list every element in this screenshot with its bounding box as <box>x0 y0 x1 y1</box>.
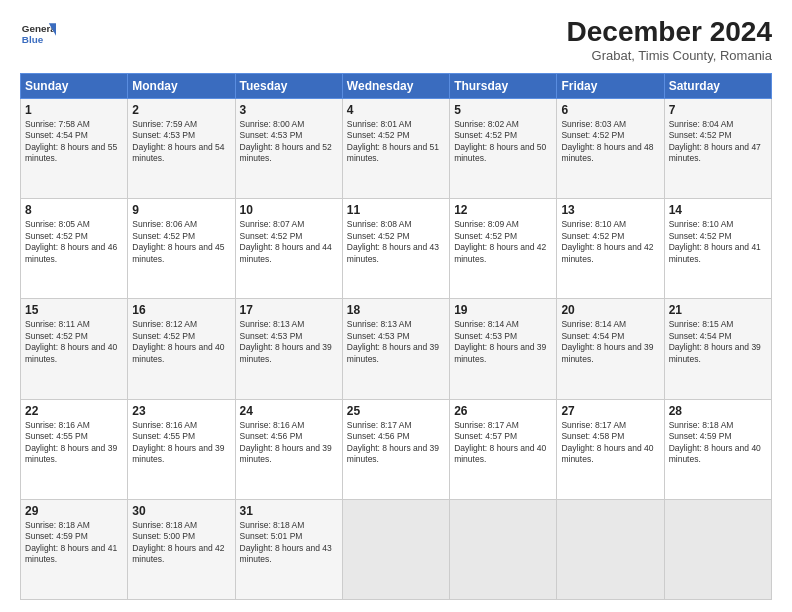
calendar-cell: 4 Sunrise: 8:01 AMSunset: 4:52 PMDayligh… <box>342 99 449 199</box>
calendar-cell <box>450 499 557 599</box>
calendar-cell: 7 Sunrise: 8:04 AMSunset: 4:52 PMDayligh… <box>664 99 771 199</box>
day-info: Sunrise: 8:17 AMSunset: 4:58 PMDaylight:… <box>561 420 653 464</box>
day-info: Sunrise: 8:04 AMSunset: 4:52 PMDaylight:… <box>669 119 761 163</box>
day-number: 4 <box>347 103 445 117</box>
day-header-monday: Monday <box>128 74 235 99</box>
calendar-cell: 19 Sunrise: 8:14 AMSunset: 4:53 PMDaylig… <box>450 299 557 399</box>
day-info: Sunrise: 8:18 AMSunset: 5:00 PMDaylight:… <box>132 520 224 564</box>
day-number: 19 <box>454 303 552 317</box>
day-info: Sunrise: 8:05 AMSunset: 4:52 PMDaylight:… <box>25 219 117 263</box>
day-info: Sunrise: 8:18 AMSunset: 4:59 PMDaylight:… <box>25 520 117 564</box>
calendar-cell: 12 Sunrise: 8:09 AMSunset: 4:52 PMDaylig… <box>450 199 557 299</box>
day-number: 26 <box>454 404 552 418</box>
calendar-week-row: 8 Sunrise: 8:05 AMSunset: 4:52 PMDayligh… <box>21 199 772 299</box>
day-number: 22 <box>25 404 123 418</box>
day-info: Sunrise: 8:02 AMSunset: 4:52 PMDaylight:… <box>454 119 546 163</box>
day-info: Sunrise: 8:03 AMSunset: 4:52 PMDaylight:… <box>561 119 653 163</box>
calendar-cell: 14 Sunrise: 8:10 AMSunset: 4:52 PMDaylig… <box>664 199 771 299</box>
calendar-cell: 17 Sunrise: 8:13 AMSunset: 4:53 PMDaylig… <box>235 299 342 399</box>
day-number: 16 <box>132 303 230 317</box>
calendar-cell: 15 Sunrise: 8:11 AMSunset: 4:52 PMDaylig… <box>21 299 128 399</box>
day-info: Sunrise: 8:18 AMSunset: 5:01 PMDaylight:… <box>240 520 332 564</box>
calendar-week-row: 15 Sunrise: 8:11 AMSunset: 4:52 PMDaylig… <box>21 299 772 399</box>
calendar-cell: 8 Sunrise: 8:05 AMSunset: 4:52 PMDayligh… <box>21 199 128 299</box>
day-number: 14 <box>669 203 767 217</box>
subtitle: Grabat, Timis County, Romania <box>567 48 772 63</box>
calendar-cell: 3 Sunrise: 8:00 AMSunset: 4:53 PMDayligh… <box>235 99 342 199</box>
day-number: 29 <box>25 504 123 518</box>
day-number: 10 <box>240 203 338 217</box>
calendar-cell: 26 Sunrise: 8:17 AMSunset: 4:57 PMDaylig… <box>450 399 557 499</box>
calendar-cell: 20 Sunrise: 8:14 AMSunset: 4:54 PMDaylig… <box>557 299 664 399</box>
calendar-cell: 13 Sunrise: 8:10 AMSunset: 4:52 PMDaylig… <box>557 199 664 299</box>
day-number: 8 <box>25 203 123 217</box>
calendar-body: 1 Sunrise: 7:58 AMSunset: 4:54 PMDayligh… <box>21 99 772 600</box>
day-info: Sunrise: 7:58 AMSunset: 4:54 PMDaylight:… <box>25 119 117 163</box>
day-info: Sunrise: 8:16 AMSunset: 4:55 PMDaylight:… <box>132 420 224 464</box>
day-number: 27 <box>561 404 659 418</box>
calendar: SundayMondayTuesdayWednesdayThursdayFrid… <box>20 73 772 600</box>
calendar-cell: 21 Sunrise: 8:15 AMSunset: 4:54 PMDaylig… <box>664 299 771 399</box>
day-number: 7 <box>669 103 767 117</box>
day-info: Sunrise: 8:07 AMSunset: 4:52 PMDaylight:… <box>240 219 332 263</box>
title-block: December 2024 Grabat, Timis County, Roma… <box>567 16 772 63</box>
day-info: Sunrise: 8:16 AMSunset: 4:55 PMDaylight:… <box>25 420 117 464</box>
calendar-cell: 28 Sunrise: 8:18 AMSunset: 4:59 PMDaylig… <box>664 399 771 499</box>
day-number: 5 <box>454 103 552 117</box>
day-number: 15 <box>25 303 123 317</box>
day-number: 6 <box>561 103 659 117</box>
day-info: Sunrise: 8:00 AMSunset: 4:53 PMDaylight:… <box>240 119 332 163</box>
day-number: 21 <box>669 303 767 317</box>
logo-icon: General Blue <box>20 16 56 52</box>
calendar-cell: 23 Sunrise: 8:16 AMSunset: 4:55 PMDaylig… <box>128 399 235 499</box>
calendar-cell: 5 Sunrise: 8:02 AMSunset: 4:52 PMDayligh… <box>450 99 557 199</box>
svg-text:Blue: Blue <box>22 34 44 45</box>
day-number: 13 <box>561 203 659 217</box>
calendar-cell: 6 Sunrise: 8:03 AMSunset: 4:52 PMDayligh… <box>557 99 664 199</box>
day-number: 31 <box>240 504 338 518</box>
day-header-thursday: Thursday <box>450 74 557 99</box>
day-info: Sunrise: 8:01 AMSunset: 4:52 PMDaylight:… <box>347 119 439 163</box>
calendar-cell: 11 Sunrise: 8:08 AMSunset: 4:52 PMDaylig… <box>342 199 449 299</box>
day-info: Sunrise: 8:13 AMSunset: 4:53 PMDaylight:… <box>240 319 332 363</box>
day-info: Sunrise: 8:14 AMSunset: 4:54 PMDaylight:… <box>561 319 653 363</box>
calendar-week-row: 29 Sunrise: 8:18 AMSunset: 4:59 PMDaylig… <box>21 499 772 599</box>
day-header-sunday: Sunday <box>21 74 128 99</box>
day-number: 17 <box>240 303 338 317</box>
calendar-cell <box>342 499 449 599</box>
calendar-cell: 29 Sunrise: 8:18 AMSunset: 4:59 PMDaylig… <box>21 499 128 599</box>
day-number: 24 <box>240 404 338 418</box>
day-info: Sunrise: 8:06 AMSunset: 4:52 PMDaylight:… <box>132 219 224 263</box>
calendar-cell: 22 Sunrise: 8:16 AMSunset: 4:55 PMDaylig… <box>21 399 128 499</box>
calendar-cell: 30 Sunrise: 8:18 AMSunset: 5:00 PMDaylig… <box>128 499 235 599</box>
day-info: Sunrise: 8:10 AMSunset: 4:52 PMDaylight:… <box>669 219 761 263</box>
day-info: Sunrise: 7:59 AMSunset: 4:53 PMDaylight:… <box>132 119 224 163</box>
calendar-week-row: 22 Sunrise: 8:16 AMSunset: 4:55 PMDaylig… <box>21 399 772 499</box>
calendar-cell: 25 Sunrise: 8:17 AMSunset: 4:56 PMDaylig… <box>342 399 449 499</box>
calendar-cell: 10 Sunrise: 8:07 AMSunset: 4:52 PMDaylig… <box>235 199 342 299</box>
calendar-cell: 1 Sunrise: 7:58 AMSunset: 4:54 PMDayligh… <box>21 99 128 199</box>
day-info: Sunrise: 8:11 AMSunset: 4:52 PMDaylight:… <box>25 319 117 363</box>
day-number: 12 <box>454 203 552 217</box>
day-info: Sunrise: 8:15 AMSunset: 4:54 PMDaylight:… <box>669 319 761 363</box>
day-number: 9 <box>132 203 230 217</box>
logo: General Blue <box>20 16 56 52</box>
day-header-tuesday: Tuesday <box>235 74 342 99</box>
calendar-cell: 18 Sunrise: 8:13 AMSunset: 4:53 PMDaylig… <box>342 299 449 399</box>
day-number: 20 <box>561 303 659 317</box>
day-number: 30 <box>132 504 230 518</box>
day-number: 2 <box>132 103 230 117</box>
day-header-friday: Friday <box>557 74 664 99</box>
calendar-cell <box>664 499 771 599</box>
day-info: Sunrise: 8:10 AMSunset: 4:52 PMDaylight:… <box>561 219 653 263</box>
calendar-cell: 24 Sunrise: 8:16 AMSunset: 4:56 PMDaylig… <box>235 399 342 499</box>
day-header-saturday: Saturday <box>664 74 771 99</box>
day-info: Sunrise: 8:18 AMSunset: 4:59 PMDaylight:… <box>669 420 761 464</box>
header: General Blue December 2024 Grabat, Timis… <box>20 16 772 63</box>
day-number: 11 <box>347 203 445 217</box>
day-info: Sunrise: 8:17 AMSunset: 4:56 PMDaylight:… <box>347 420 439 464</box>
month-title: December 2024 <box>567 16 772 48</box>
calendar-cell <box>557 499 664 599</box>
day-header-wednesday: Wednesday <box>342 74 449 99</box>
calendar-week-row: 1 Sunrise: 7:58 AMSunset: 4:54 PMDayligh… <box>21 99 772 199</box>
